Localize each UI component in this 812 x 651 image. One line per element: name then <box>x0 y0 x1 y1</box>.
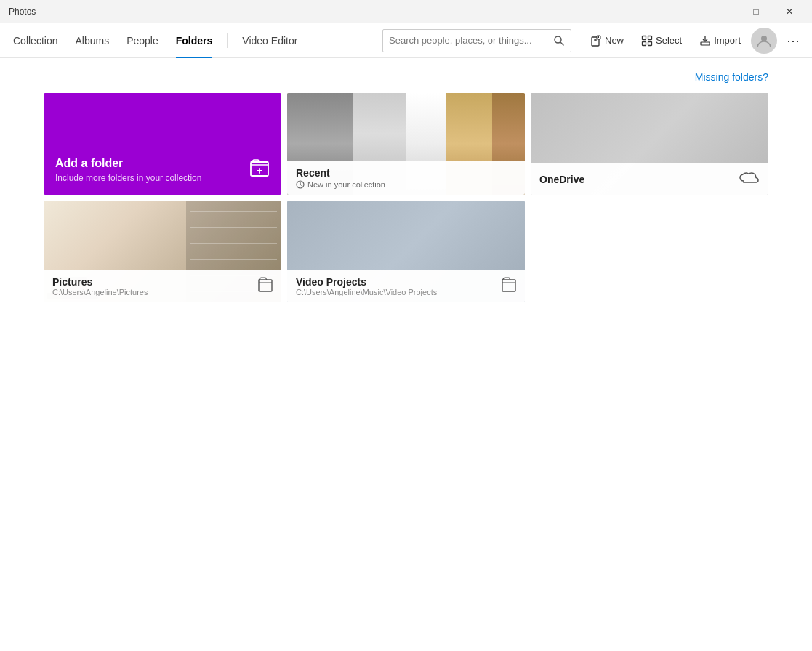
add-folder-subtitle: Include more folders in your collection <box>55 173 270 183</box>
pictures-folder-card[interactable]: Pictures C:\Users\Angeline\Pictures <box>44 201 281 302</box>
recent-name: Recent <box>296 167 385 179</box>
search-box[interactable] <box>382 29 571 52</box>
onedrive-card-bottom: OneDrive <box>531 163 768 195</box>
select-label: Select <box>656 35 682 46</box>
video-projects-folder-icon <box>502 277 516 296</box>
recent-card-bottom: Recent New in your collection <box>287 161 525 195</box>
nav-item-albums[interactable]: Albums <box>68 23 116 58</box>
svg-rect-9 <box>643 41 646 45</box>
app-title: Photos <box>9 7 36 17</box>
pictures-folder-icon <box>258 277 273 296</box>
main-content: Missing folders? Add a folder Include mo… <box>0 58 812 302</box>
pictures-card-bottom: Pictures C:\Users\Angeline\Pictures <box>44 270 281 302</box>
svg-rect-22 <box>502 280 515 291</box>
pictures-name: Pictures <box>52 276 148 288</box>
avatar-button[interactable] <box>751 28 777 54</box>
recent-info: Recent New in your collection <box>296 167 385 189</box>
svg-rect-10 <box>648 36 652 39</box>
new-button[interactable]: New <box>583 28 631 54</box>
search-input[interactable] <box>383 35 547 46</box>
window-controls: – □ ✕ <box>706 0 806 23</box>
svg-line-1 <box>560 42 563 45</box>
folder-grid: Add a folder Include more folders in you… <box>44 93 768 302</box>
add-folder-title: Add a folder <box>55 157 270 170</box>
nav-separator <box>227 33 228 48</box>
video-projects-info: Video Projects C:\Users\Angeline\Music\V… <box>296 276 437 296</box>
minimize-button[interactable]: – <box>706 0 739 23</box>
nav-item-video-editor[interactable]: Video Editor <box>235 23 305 58</box>
onedrive-info: OneDrive <box>539 174 584 185</box>
svg-rect-21 <box>259 280 272 291</box>
pictures-info: Pictures C:\Users\Angeline\Pictures <box>52 276 148 296</box>
nav-item-folders[interactable]: Folders <box>169 23 220 58</box>
add-folder-card[interactable]: Add a folder Include more folders in you… <box>44 93 281 195</box>
video-projects-folder-card[interactable]: Video Projects C:\Users\Angeline\Music\V… <box>287 201 525 302</box>
close-button[interactable]: ✕ <box>773 0 806 23</box>
recent-sub: New in your collection <box>296 180 385 189</box>
toolbar-actions: New Select Import ⋯ <box>583 28 806 54</box>
recent-folder-card[interactable]: Recent New in your collection <box>287 93 525 195</box>
missing-folders-link[interactable]: Missing folders? <box>44 58 768 90</box>
nav-item-people[interactable]: People <box>119 23 166 58</box>
maximize-button[interactable]: □ <box>739 0 773 23</box>
import-label: Import <box>714 35 741 46</box>
svg-point-14 <box>761 36 767 41</box>
search-icon[interactable] <box>547 29 571 52</box>
nav-bar: Collection Albums People Folders Video E… <box>0 23 812 58</box>
nav-item-collection[interactable]: Collection <box>6 23 65 58</box>
add-folder-icon <box>249 158 270 183</box>
onedrive-name: OneDrive <box>539 174 584 185</box>
recent-sub-text: New in your collection <box>307 180 385 189</box>
video-projects-card-bottom: Video Projects C:\Users\Angeline\Music\V… <box>287 270 525 302</box>
new-label: New <box>605 35 624 46</box>
video-projects-name: Video Projects <box>296 276 437 288</box>
onedrive-folder-card[interactable]: OneDrive <box>531 93 768 195</box>
svg-rect-8 <box>643 36 646 39</box>
select-button[interactable]: Select <box>634 28 689 54</box>
import-button[interactable]: Import <box>692 28 748 54</box>
video-projects-path: C:\Users\Angeline\Music\Video Projects <box>296 288 437 296</box>
title-bar: Photos – □ ✕ <box>0 0 812 23</box>
more-options-button[interactable]: ⋯ <box>780 28 806 54</box>
svg-rect-12 <box>701 42 710 45</box>
pictures-path: C:\Users\Angeline\Pictures <box>52 288 148 296</box>
svg-line-20 <box>300 185 302 186</box>
svg-rect-11 <box>648 41 652 45</box>
onedrive-cloud-icon <box>739 169 760 189</box>
